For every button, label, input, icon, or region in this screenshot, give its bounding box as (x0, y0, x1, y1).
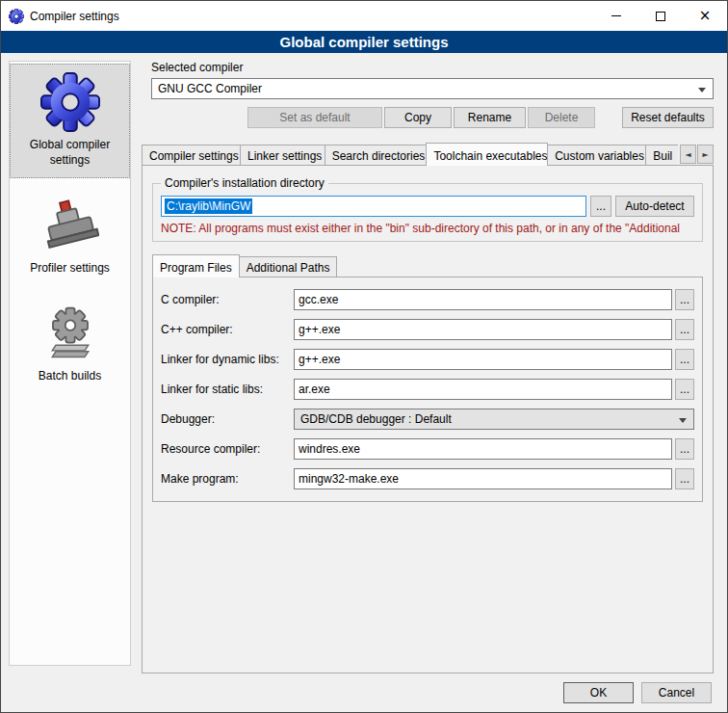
sidebar: Global compiler settings Profiler settin… (9, 61, 131, 666)
field-label: Make program: (161, 472, 294, 486)
subtab-additional-paths[interactable]: Additional Paths (239, 256, 338, 277)
arrow-right-icon: ► (702, 150, 708, 159)
tab-bar: Compiler settings Linker settings Search… (142, 142, 714, 165)
field-label: Resource compiler: (161, 442, 294, 456)
cancel-button[interactable]: Cancel (641, 682, 712, 703)
cpp-compiler-browse-button[interactable]: ... (675, 319, 694, 340)
set-as-default-button[interactable]: Set as default (247, 107, 382, 128)
rename-button[interactable]: Rename (454, 107, 526, 128)
field-row: Linker for dynamic libs: ... (161, 349, 694, 370)
sidebar-item-global-compiler-settings[interactable]: Global compiler settings (10, 64, 130, 178)
sidebar-item-label: Batch builds (39, 369, 101, 384)
installation-directory-input[interactable]: C:\raylib\MinGW (161, 196, 586, 217)
delete-button[interactable]: Delete (528, 107, 595, 128)
close-button[interactable]: × (683, 1, 727, 31)
make-program-browse-button[interactable]: ... (675, 468, 694, 489)
installation-directory-group: Compiler's installation directory C:\ray… (152, 183, 703, 242)
field-label: C++ compiler: (161, 323, 294, 336)
field-label: Linker for static libs: (161, 383, 294, 396)
blue-gear-icon (40, 72, 100, 132)
tab-scroll-right-button[interactable]: ► (697, 145, 714, 164)
installation-directory-row: C:\raylib\MinGW ... Auto-detect (161, 196, 694, 217)
tab-search-directories[interactable]: Search directories (325, 145, 428, 165)
field-row: Linker for static libs: ... (161, 379, 694, 400)
field-row: Debugger: GDB/CDB debugger : Default (161, 409, 694, 430)
program-files-section: Program Files Additional Paths C compile… (152, 253, 703, 502)
linker-static-browse-button[interactable]: ... (675, 379, 694, 400)
field-label: C compiler: (161, 293, 294, 306)
tab-scroll-buttons: ◄ ► (679, 145, 714, 164)
field-label: Linker for dynamic libs: (161, 353, 294, 366)
selected-compiler-label: Selected compiler (151, 61, 714, 75)
tab-scroll-left-button[interactable]: ◄ (680, 145, 696, 164)
sidebar-item-label: Profiler settings (30, 261, 110, 277)
linker-dynamic-browse-button[interactable]: ... (675, 349, 694, 370)
main-content: Selected compiler GNU GCC Compiler Set a… (142, 61, 714, 673)
window-title: Compiler settings (30, 10, 119, 23)
chevron-down-icon (679, 418, 687, 423)
titlebar: Compiler settings × (1, 1, 727, 31)
make-program-input[interactable] (294, 468, 672, 489)
tab-custom-variables[interactable]: Custom variables (547, 145, 646, 165)
cpp-compiler-input[interactable] (294, 319, 672, 340)
field-row: C++ compiler: ... (161, 319, 694, 340)
sidebar-item-profiler-settings[interactable]: Profiler settings (10, 190, 130, 286)
auto-detect-button[interactable]: Auto-detect (615, 196, 694, 217)
page-title: Global compiler settings (1, 31, 727, 53)
dialog-footer: OK Cancel (563, 682, 712, 703)
compiler-select-value: GNU GCC Compiler (158, 82, 262, 95)
selected-text: C:\raylib\MinGW (165, 198, 252, 214)
compiler-select[interactable]: GNU GCC Compiler (151, 78, 714, 99)
arrow-left-icon: ◄ (685, 150, 690, 159)
window-controls: × (594, 1, 727, 31)
sidebar-item-batch-builds[interactable]: Batch builds (10, 298, 130, 394)
app-icon (9, 9, 24, 24)
close-icon: × (699, 9, 712, 23)
field-row: C compiler: ... (161, 289, 694, 310)
installation-directory-group-title: Compiler's installation directory (161, 176, 328, 190)
debugger-select-value: GDB/CDB debugger : Default (300, 412, 452, 426)
tab-compiler-settings[interactable]: Compiler settings (142, 145, 241, 165)
profiler-icon (41, 198, 99, 255)
toolchain-executables-panel: Compiler's installation directory C:\ray… (142, 165, 714, 673)
linker-dynamic-input[interactable] (294, 349, 672, 370)
field-label: Debugger: (161, 412, 294, 426)
resource-compiler-input[interactable] (294, 438, 672, 460)
linker-static-input[interactable] (294, 379, 672, 400)
tab-toolchain-executables[interactable]: Toolchain executables (426, 143, 548, 166)
sidebar-item-label: Global compiler settings (13, 138, 127, 168)
subtab-bar: Program Files Additional Paths (152, 253, 703, 277)
maximize-icon (656, 12, 665, 21)
tab-build[interactable]: Buil (645, 145, 678, 165)
tab-linker-settings[interactable]: Linker settings (240, 145, 325, 165)
debugger-select[interactable]: GDB/CDB debugger : Default (294, 409, 694, 430)
reset-defaults-button[interactable]: Reset defaults (622, 107, 714, 128)
note-text: NOTE: All programs must exist either in … (161, 222, 694, 235)
field-row: Make program: ... (161, 468, 694, 489)
minimize-icon (611, 15, 621, 16)
ok-button[interactable]: OK (563, 682, 634, 703)
resource-compiler-browse-button[interactable]: ... (675, 438, 694, 460)
installation-directory-browse-button[interactable]: ... (590, 196, 611, 217)
action-row-spacer (151, 107, 246, 128)
compiler-settings-window: Compiler settings × Global compiler sett… (0, 0, 728, 713)
c-compiler-input[interactable] (294, 289, 672, 310)
batch-builds-icon (41, 305, 99, 363)
c-compiler-browse-button[interactable]: ... (675, 289, 694, 310)
subtab-program-files[interactable]: Program Files (152, 254, 240, 277)
maximize-button[interactable] (638, 1, 683, 31)
copy-button[interactable]: Copy (384, 107, 452, 128)
compiler-action-row: Set as default Copy Rename Delete Reset … (151, 107, 714, 128)
field-row: Resource compiler: ... (161, 438, 694, 460)
minimize-button[interactable] (594, 1, 638, 31)
chevron-down-icon (698, 88, 706, 92)
program-files-panel: C compiler: ... C++ compiler: ... Linker… (152, 277, 703, 502)
